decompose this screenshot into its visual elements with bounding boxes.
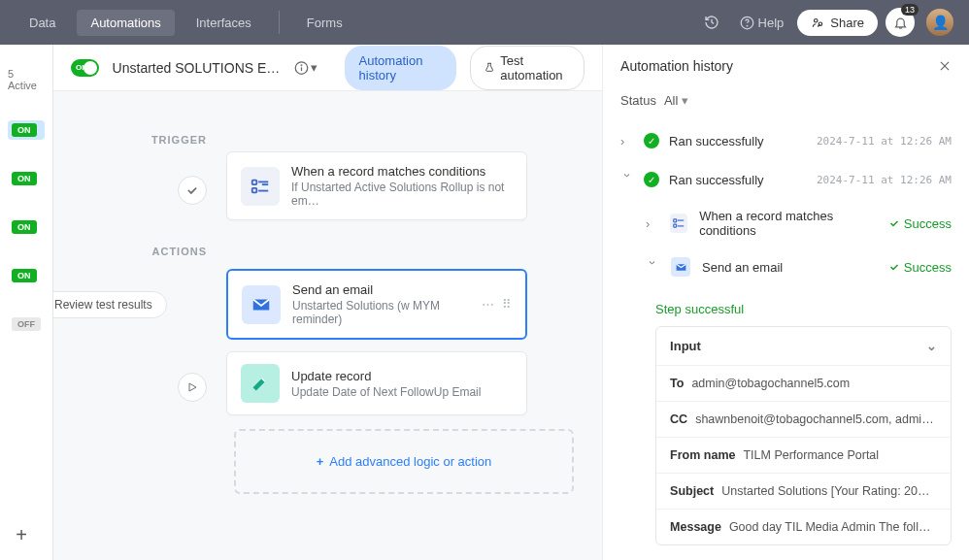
automation-item[interactable]: OFF [8,314,45,334]
input-header[interactable]: Input ⌄ [656,327,951,365]
svg-point-2 [815,19,819,23]
run-label: Ran successfully [669,173,764,187]
plus-icon: + [317,454,324,469]
close-icon[interactable] [938,59,952,73]
step-status: Success [888,216,952,231]
step-label: Send an email [702,260,783,275]
automation-item[interactable]: ON [8,169,45,188]
field-row: To admin@tobagochannel5.com [656,365,951,401]
chevron-down-icon: ▾ [311,60,317,75]
run-step-icon[interactable] [178,373,207,402]
status-filter[interactable]: All ▾ [664,93,688,108]
update-record-card[interactable]: Update record Update Date of Next Follow… [226,351,527,415]
run-row[interactable]: › ✓ Ran successfully 2024-7-11 at 12:26 … [603,121,969,160]
success-icon: ✓ [644,133,659,148]
topbar-divider [279,11,280,34]
email-card-subtitle: Unstarted Solutions (w MYM reminder) [292,299,470,326]
update-card-subtitle: Update Date of Next FollowUp Email [291,385,481,399]
on-badge: ON [12,220,37,234]
step-row[interactable]: › Send an email Success [603,247,969,286]
chevron-down-icon[interactable]: › [646,260,660,274]
run-timestamp: 2024-7-11 at 12:26 AM [817,135,952,148]
input-title: Input [670,339,701,353]
run-timestamp: 2024-7-11 at 12:26 AM [817,174,952,186]
field-row: From name TILM Performance Portal [656,437,951,473]
trigger-subtitle: If Unstarted Active Solutions Rollup is … [291,181,513,208]
status-value: All [664,93,678,108]
automation-item[interactable]: ON [8,266,45,285]
step-label: When a record matches conditions [699,209,877,238]
svg-rect-18 [674,224,677,227]
automation-toggle[interactable]: ON [71,59,99,77]
panel-title: Automation history [620,58,733,74]
more-icon[interactable]: ⋯ [482,297,494,312]
field-value: Unstarted Solutions [Your Rating: 20% (V… [721,484,937,498]
tab-data[interactable]: Data [16,10,69,36]
check-icon [888,217,900,229]
add-action-button[interactable]: + Add advanced logic or action [234,429,574,494]
svg-point-6 [301,64,302,65]
svg-rect-9 [252,187,257,192]
update-card-title: Update record [291,369,481,383]
review-test-chip[interactable]: Review test results [53,291,167,318]
share-label: Share [830,16,864,30]
chevron-down-icon[interactable]: › [620,173,635,186]
flask-icon [484,61,494,74]
tab-forms[interactable]: Forms [293,10,356,36]
history-icon[interactable] [697,8,726,37]
flow-canvas: TRIGGER When a record matches conditions… [53,91,602,560]
tab-automations[interactable]: Automations [77,10,174,36]
step-output: Sent an email. [603,545,969,560]
field-value: TILM Performance Portal [743,448,879,462]
test-tab-label: Test automation [500,53,570,82]
svg-rect-8 [252,180,257,184]
review-chip-label: Review test results [54,298,152,312]
test-tab[interactable]: Test automation [470,46,585,90]
step-status: Success [888,260,952,275]
pencil-icon [241,364,280,403]
history-tab[interactable]: Automation history [345,46,457,90]
automation-item[interactable]: ON [8,120,45,140]
drag-handle-icon[interactable]: ⠿ [502,297,512,312]
conditions-icon [670,214,687,233]
chevron-right-icon[interactable]: › [620,134,634,148]
subheader: ON Unstarted SOLUTIONS Email to … ▾ Auto… [53,45,602,91]
email-card-title: Send an email [292,282,470,297]
svg-point-1 [747,25,748,26]
automation-title[interactable]: Unstarted SOLUTIONS Email to … [113,60,281,76]
help-button[interactable]: Help [734,8,790,37]
info-icon[interactable]: ▾ [294,56,317,80]
add-automation-button[interactable]: + [8,521,35,548]
svg-marker-13 [189,383,196,391]
chevron-right-icon[interactable]: › [646,216,658,231]
status-label: Status [620,93,656,108]
send-email-card[interactable]: Send an email Unstarted Solutions (w MYM… [226,269,527,340]
history-tab-label: Automation history [359,53,443,82]
run-label: Ran successfully [669,134,764,148]
help-label: Help [758,16,785,30]
trigger-title: When a record matches conditions [291,164,513,179]
left-rail: 5 Active ON ON ON ON OFF + [0,45,53,560]
chevron-down-icon: ⌄ [926,339,937,353]
success-icon: ✓ [644,172,659,187]
trigger-check-icon[interactable] [178,176,207,205]
input-block: Input ⌄ To admin@tobagochannel5.com CC s… [655,326,952,545]
field-row: Subject Unstarted Solutions [Your Rating… [656,473,951,509]
trigger-card[interactable]: When a record matches conditions If Unst… [226,151,527,220]
topbar: Data Automations Interfaces Forms Help S… [0,0,969,45]
run-row[interactable]: › ✓ Ran successfully 2024-7-11 at 12:26 … [603,160,969,199]
conditions-icon [241,167,280,206]
tab-interfaces[interactable]: Interfaces [183,10,265,36]
share-button[interactable]: Share [797,10,878,36]
notifications-button[interactable]: 13 [885,8,915,37]
trigger-section-label: TRIGGER [90,134,207,146]
step-row[interactable]: › When a record matches conditions Succe… [603,199,969,247]
right-panel: Automation history Status All ▾ › ✓ Ran … [602,45,969,560]
field-value: shawnbenoit@tobagochannel5.com, admin@to… [695,412,937,426]
automation-item[interactable]: ON [8,217,45,237]
avatar[interactable]: 👤 [926,9,953,36]
field-row: Message Good day TIL Media Admin The fol… [656,509,951,544]
on-badge: ON [12,123,37,137]
field-label: Subject [670,484,714,498]
on-badge: ON [12,269,37,282]
